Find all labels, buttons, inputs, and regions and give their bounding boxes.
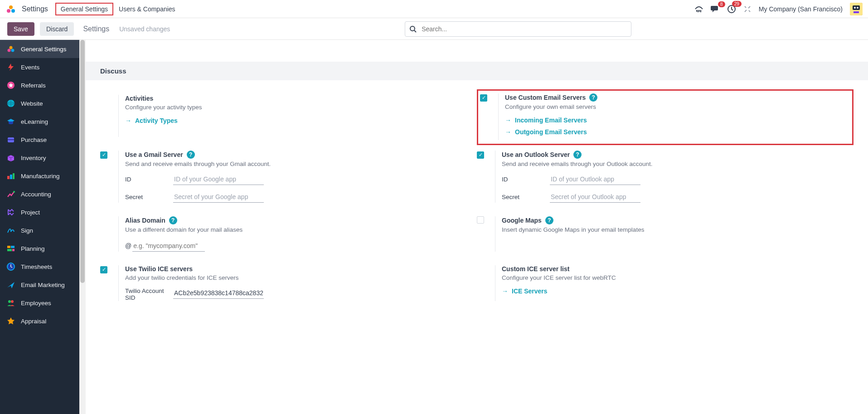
checkbox-google-maps[interactable] [477,216,484,224]
sidebar-item-label: Events [21,64,39,71]
alias-domain-input[interactable] [132,240,205,252]
svg-point-16 [8,49,11,52]
referrals-icon [6,81,15,90]
messages-icon[interactable]: 8 [711,5,720,13]
sidebar-item-inventory[interactable]: Inventory [0,149,79,167]
checkbox-gmail[interactable] [100,151,107,159]
custom-email-title: Use Custom Email Servers [505,94,586,101]
app-logo-icon[interactable] [5,4,16,15]
setting-google-maps: Google Maps ? Insert dynamic Google Maps… [477,211,853,260]
link-ice-servers[interactable]: → ICE Servers [502,287,548,295]
svg-rect-6 [700,10,701,12]
link-incoming-email-servers[interactable]: → Incoming Email Servers [505,117,587,124]
sidebar-item-project[interactable]: Project [0,203,79,221]
setting-outlook: Use an Outlook Server ? Send and receive… [477,145,853,211]
company-switcher[interactable]: My Company (San Francisco) [759,5,843,13]
sidebar-item-email-marketing[interactable]: Email Marketing [0,276,79,294]
employees-icon [6,298,15,307]
setting-activities: Activities Configure your activity types… [100,89,477,145]
sidebar-scrollbar[interactable] [79,40,86,414]
sidebar-item-purchase[interactable]: Purchase [0,131,79,149]
events-icon [6,63,15,72]
sidebar-item-website[interactable]: Website [0,94,79,112]
sidebar-item-referrals[interactable]: Referrals [0,76,79,94]
app-title[interactable]: Settings [22,5,48,13]
sidebar-item-timesheets[interactable]: Timesheets [0,258,79,276]
arrow-right-icon: → [125,117,131,124]
sidebar-item-general-settings[interactable]: General Settings [0,40,79,58]
svg-rect-23 [7,176,10,179]
sidebar-item-employees[interactable]: Employees [0,294,79,312]
messages-badge: 8 [718,1,725,7]
link-activity-types[interactable]: → Activity Types [125,117,178,124]
sidebar-item-appraisal[interactable]: Appraisal [0,312,79,330]
outlook-secret-label: Secret [502,194,543,200]
sidebar-item-planning[interactable]: Planning [0,239,79,258]
sidebar-item-sign[interactable]: Sign [0,221,79,239]
ice-title: Custom ICE server list [502,265,569,273]
ice-desc: Configure your ICE server list for webRT… [502,274,844,281]
checkbox-twilio[interactable] [100,266,107,273]
scroll-thumb[interactable] [80,40,85,283]
help-icon[interactable]: ? [545,216,553,224]
email-marketing-icon [6,280,15,289]
svg-rect-3 [696,10,697,12]
search-icon [409,25,417,33]
svg-line-14 [414,30,416,32]
search-input[interactable] [405,21,631,37]
outlook-title: Use an Outlook Server [502,151,570,158]
svg-rect-5 [699,10,700,12]
alias-desc: Use a different domain for your mail ali… [125,226,468,233]
svg-rect-30 [12,249,15,251]
voip-icon[interactable] [694,5,703,13]
accounting-icon [6,190,15,199]
menu-users-companies[interactable]: Users & Companies [113,3,181,15]
arrow-right-icon: → [505,128,511,136]
activities-desc: Configure your activity types [125,104,468,111]
sidebar-item-elearning[interactable]: eLearning [0,112,79,131]
discard-button[interactable]: Discard [40,22,74,36]
sign-icon [6,226,15,235]
elearning-icon [6,117,15,126]
top-nav: Settings General Settings Users & Compan… [0,0,868,18]
svg-point-2 [11,9,15,13]
user-avatar[interactable] [850,3,863,15]
sidebar-item-events[interactable]: Events [0,58,79,76]
help-icon[interactable]: ? [187,151,195,159]
svg-point-15 [10,46,13,49]
timesheets-icon [6,262,15,271]
outlook-desc: Send and receive emails through your Out… [502,161,844,167]
sidebar-item-label: Employees [21,300,51,307]
sidebar-item-accounting[interactable]: Accounting [0,185,79,203]
help-icon[interactable]: ? [573,151,582,159]
gmail-secret-input[interactable] [173,191,264,203]
gmaps-title: Google Maps [502,217,542,224]
twilio-sid-label: Twilio Account SID [125,287,166,301]
debug-icon[interactable] [743,5,752,13]
help-icon[interactable]: ? [169,216,177,224]
svg-point-26 [13,191,15,193]
setting-ice-servers: Custom ICE server list Configure your IC… [477,260,853,309]
sidebar-item-manufacturing[interactable]: Manufacturing [0,167,79,185]
svg-point-10 [854,7,856,9]
save-button[interactable]: Save [7,22,34,36]
activities-icon[interactable]: 29 [727,5,736,14]
outlook-secret-input[interactable] [550,191,640,203]
sidebar-item-label: Website [21,100,43,107]
link-outgoing-email-servers[interactable]: → Outgoing Email Servers [505,128,587,136]
sidebar-item-label: General Settings [21,46,67,53]
twilio-sid-input[interactable] [173,287,264,299]
settings-content: Discuss Activities Configure your activi… [86,40,868,414]
outlook-id-input[interactable] [550,174,640,185]
help-icon[interactable]: ? [589,93,597,102]
sidebar-item-label: Appraisal [21,318,46,325]
checkbox-custom-email[interactable] [480,94,487,102]
checkbox-outlook[interactable] [477,151,484,159]
gmail-desc: Send and receive emails through your Gma… [125,161,468,167]
arrow-right-icon: → [505,117,511,124]
custom-email-desc: Configure your own email servers [505,103,839,110]
menu-general-settings[interactable]: General Settings [55,3,113,15]
gmaps-desc: Insert dynamic Google Maps in your email… [502,226,844,233]
svg-point-34 [11,300,14,303]
gmail-id-input[interactable] [173,174,264,185]
